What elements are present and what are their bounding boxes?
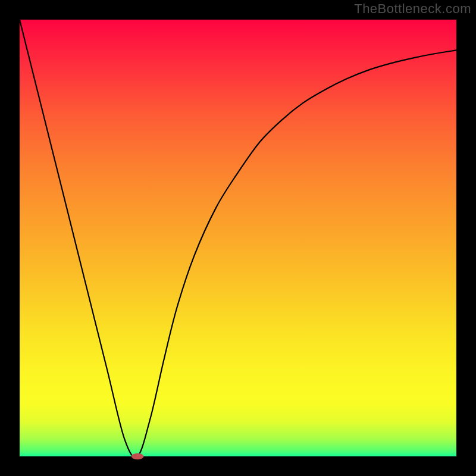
chart-frame: TheBottleneck.com xyxy=(0,0,476,476)
optimal-point-marker xyxy=(131,453,144,459)
watermark-text: TheBottleneck.com xyxy=(354,1,471,17)
plot-area xyxy=(20,20,456,456)
bottleneck-curve xyxy=(20,20,456,458)
bottleneck-chart-svg xyxy=(20,20,456,456)
